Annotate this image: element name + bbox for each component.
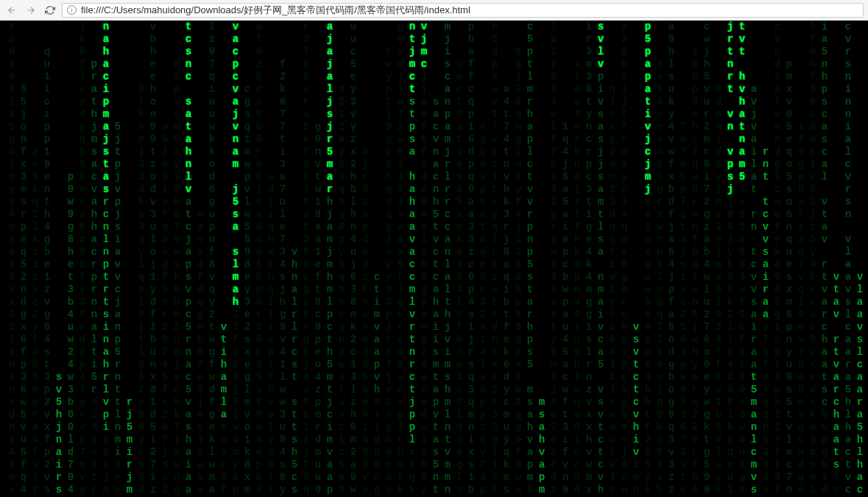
matrix-char: 6 [454, 446, 465, 459]
matrix-char: x [18, 321, 29, 334]
matrix-char: 2 [724, 309, 736, 321]
matrix-char: 8 [218, 471, 230, 484]
matrix-char: o [336, 83, 347, 96]
matrix-char: j [736, 346, 748, 359]
matrix-char: o [418, 96, 430, 108]
matrix-char: g [512, 133, 524, 146]
matrix-char: f [689, 233, 701, 246]
matrix-char: 7 [65, 459, 77, 471]
matrix-char: n [724, 121, 736, 133]
matrix-char: m [347, 434, 359, 446]
matrix-char: j [395, 71, 406, 83]
matrix-char [819, 183, 830, 196]
matrix-char: c [819, 396, 830, 409]
matrix-char: a [324, 471, 336, 484]
matrix-char: h [807, 58, 819, 71]
matrix-char: 1 [807, 158, 819, 171]
matrix-char: r [336, 309, 347, 321]
address-bar[interactable]: i file:///C:/Users/mahuidong/Downloads/好… [62, 3, 864, 18]
matrix-char: j [124, 409, 135, 421]
matrix-char: p [524, 334, 536, 346]
matrix-char: 3 [347, 283, 359, 296]
matrix-char: k [454, 233, 465, 246]
matrix-char: 5 [395, 258, 406, 271]
matrix-char: n [736, 233, 748, 246]
matrix-char: t [406, 334, 418, 346]
matrix-char: x [677, 283, 689, 296]
matrix-char: a [524, 446, 536, 459]
matrix-char: 5 [18, 83, 29, 96]
matrix-char: 9 [677, 384, 689, 396]
matrix-char: s [6, 233, 18, 246]
matrix-char: 1 [418, 434, 430, 446]
matrix-char: t [736, 121, 748, 133]
matrix-char: m [324, 233, 336, 246]
matrix-char: s [230, 246, 241, 258]
matrix-char: u [736, 446, 748, 459]
matrix-char: x [159, 471, 171, 484]
matrix-char: t [41, 359, 53, 371]
matrix-char: s [135, 283, 147, 296]
matrix-char: x [359, 258, 371, 271]
matrix-char: j [595, 146, 607, 158]
matrix-char: h [736, 71, 748, 83]
reload-button[interactable] [43, 3, 57, 18]
matrix-char: 4 [701, 258, 713, 271]
matrix-char: l [100, 233, 112, 246]
matrix-char: m [88, 133, 100, 146]
matrix-char: c [430, 246, 442, 258]
matrix-char: 5 [454, 196, 465, 208]
matrix-char: 9 [795, 309, 807, 321]
matrix-char: g [477, 133, 489, 146]
matrix-char: 8 [772, 471, 783, 484]
matrix-char: k [772, 396, 783, 409]
matrix-char: o [300, 258, 312, 271]
matrix-char: c [218, 459, 230, 471]
matrix-char: 0 [336, 221, 347, 233]
matrix-char: a [218, 409, 230, 421]
matrix-char: v [595, 96, 607, 108]
matrix-char: 5 [642, 33, 654, 46]
matrix-char: u [477, 158, 489, 171]
matrix-char: s [100, 309, 112, 321]
matrix-char: s [760, 484, 772, 496]
matrix-char: r [77, 409, 88, 421]
matrix-char: u [654, 371, 666, 384]
matrix-char: a [159, 421, 171, 434]
matrix-char: 8 [265, 384, 277, 396]
matrix-char: 0 [713, 421, 724, 434]
matrix-char: f [689, 459, 701, 471]
matrix-char: k [29, 359, 41, 371]
matrix-char: l [783, 434, 795, 446]
back-button[interactable] [4, 3, 19, 18]
matrix-char: v [312, 158, 324, 171]
matrix-char: p [230, 484, 241, 496]
matrix-char: a [253, 208, 265, 221]
matrix-char: e [371, 471, 383, 484]
forward-button[interactable] [24, 3, 38, 18]
matrix-char: e [112, 471, 124, 484]
matrix-char: 5 [324, 359, 336, 371]
matrix-char: p [88, 271, 100, 283]
matrix-char: 1 [642, 221, 654, 233]
matrix-char: 4 [560, 146, 571, 158]
matrix-char: n [748, 221, 760, 233]
info-icon[interactable]: i [67, 5, 77, 15]
matrix-char: 5 [253, 296, 265, 309]
matrix-char: y [724, 246, 736, 258]
matrix-char: 7 [230, 396, 241, 409]
matrix-char: q [607, 221, 618, 233]
matrix-char: 3 [548, 183, 560, 196]
matrix-char: 9 [206, 46, 218, 58]
matrix-char: 9 [135, 309, 147, 321]
matrix-char: h [88, 108, 100, 121]
matrix-char: e [583, 233, 595, 246]
matrix-column: svlvpivsasjjsamtlsanmaivca5vsvtctcvhi [595, 21, 607, 497]
matrix-char: x [783, 283, 795, 296]
matrix-char: w [65, 371, 77, 384]
matrix-char: a [395, 233, 406, 246]
matrix-char: s [842, 196, 854, 208]
matrix-char: i [807, 484, 819, 496]
matrix-char: l [512, 146, 524, 158]
matrix-char: 5 [807, 233, 819, 246]
